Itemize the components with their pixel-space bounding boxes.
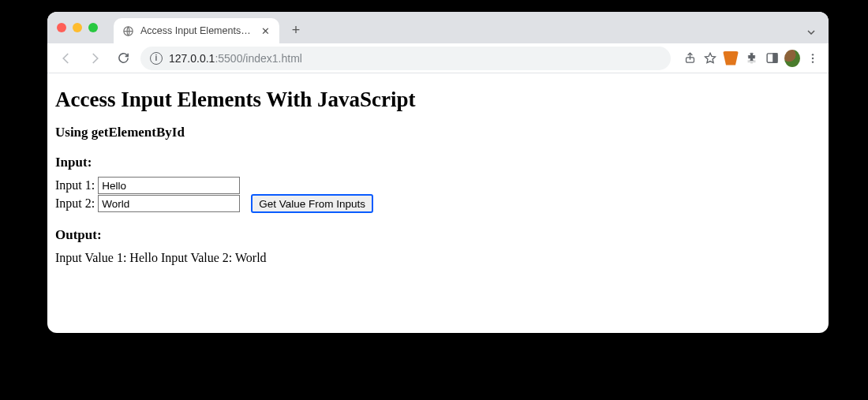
side-panel-icon[interactable] <box>764 50 780 66</box>
profile-avatar[interactable] <box>784 50 800 66</box>
window-controls <box>57 12 107 43</box>
input-row-1: Input 1: <box>55 177 821 194</box>
input-2-label: Input 2: <box>55 196 95 211</box>
url-text: 127.0.0.1:5500/index1.html <box>169 52 302 65</box>
reload-button[interactable] <box>112 47 134 69</box>
metamask-extension-icon[interactable] <box>723 50 739 66</box>
globe-icon <box>122 24 134 37</box>
page-heading: Access Input Elements With JavaScript <box>55 88 821 112</box>
svg-point-4 <box>812 54 814 55</box>
input-1-label: Input 1: <box>55 178 95 193</box>
browser-toolbar: i 127.0.0.1:5500/index1.html <box>47 43 829 73</box>
browser-tab[interactable]: Access Input Elements With JavaScript ✕ <box>114 18 279 43</box>
browser-menu-button[interactable] <box>805 50 821 66</box>
extensions-icon[interactable] <box>743 50 759 66</box>
svg-point-6 <box>812 61 814 62</box>
input-2-field[interactable] <box>98 195 240 212</box>
share-icon[interactable] <box>682 50 698 66</box>
output-section-heading: Output: <box>55 227 821 243</box>
get-value-button[interactable]: Get Value From Inputs <box>251 194 373 213</box>
bookmark-star-icon[interactable] <box>702 50 718 66</box>
input-section-heading: Input: <box>55 155 821 170</box>
address-bar[interactable]: i 127.0.0.1:5500/index1.html <box>140 47 671 70</box>
svg-point-5 <box>812 57 814 58</box>
page-subheading: Using getElementById <box>55 125 821 140</box>
tabs-dropdown-button[interactable] <box>805 26 817 39</box>
tab-title: Access Input Elements With JavaScript <box>140 25 253 36</box>
close-tab-button[interactable]: ✕ <box>260 25 271 37</box>
url-path: :5500/index1.html <box>215 52 302 65</box>
site-info-icon[interactable]: i <box>150 52 163 65</box>
minimize-window-button[interactable] <box>73 23 82 32</box>
svg-rect-3 <box>773 54 776 62</box>
url-host: 127.0.0.1 <box>169 52 215 65</box>
input-row-2: Input 2: Get Value From Inputs <box>55 194 821 213</box>
forward-button[interactable] <box>84 47 106 69</box>
close-window-button[interactable] <box>57 23 66 32</box>
output-text: Input Value 1: Hello Input Value 2: Worl… <box>55 251 821 265</box>
new-tab-button[interactable]: + <box>284 18 308 42</box>
input-1-field[interactable] <box>98 177 240 194</box>
tab-strip: Access Input Elements With JavaScript ✕ … <box>47 12 829 43</box>
browser-window: Access Input Elements With JavaScript ✕ … <box>47 12 829 333</box>
page-content: Access Input Elements With JavaScript Us… <box>47 73 829 333</box>
maximize-window-button[interactable] <box>88 23 98 32</box>
back-button[interactable] <box>55 47 77 69</box>
toolbar-actions <box>682 50 821 66</box>
